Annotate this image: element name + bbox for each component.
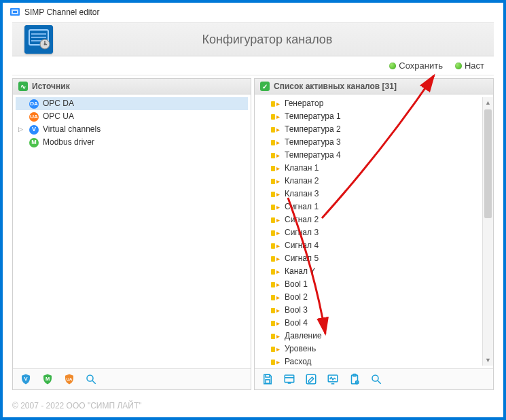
action-bar: Сохранить Наст xyxy=(12,56,494,75)
channel-tag-icon: ▸ xyxy=(271,256,281,262)
tree-item[interactable]: MModbus driver xyxy=(16,136,248,149)
channel-item[interactable]: ▸Давление xyxy=(257,330,480,343)
channel-item[interactable]: ▸Сигнал 1 xyxy=(257,200,480,213)
svg-rect-15 xyxy=(266,374,270,377)
search-icon[interactable] xyxy=(84,372,98,387)
channel-label: Bool 1 xyxy=(285,279,308,290)
tree-item-label: Virtual channels xyxy=(43,124,101,135)
source-panel: ∿ Источник DAOPC DAUAOPC UA▷VVirtual cha… xyxy=(12,78,251,390)
v-badge-icon: V xyxy=(29,125,39,135)
footer-copyright: © 2007 - 2022 ООО "СИМП ЛАЙТ" xyxy=(3,393,503,417)
search-icon[interactable] xyxy=(369,372,384,387)
channel-label: Сигнал 3 xyxy=(285,227,319,239)
channel-item[interactable]: ▸Температура 3 xyxy=(257,136,480,149)
source-header-icon: ∿ xyxy=(18,82,28,91)
check-icon: ✓ xyxy=(260,82,270,91)
channel-label: Уровень xyxy=(285,343,316,355)
ua-badge-icon: UA xyxy=(29,112,39,122)
source-toolbar: V M UA xyxy=(13,368,251,389)
channel-label: Сигнал 1 xyxy=(285,201,319,213)
channel-item[interactable]: ▸Температура 1 xyxy=(257,110,480,123)
tree-item-label: OPC DA xyxy=(43,98,74,109)
channel-item[interactable]: ▸Сигнал 5 xyxy=(257,252,480,265)
green-indicator-icon xyxy=(389,63,396,69)
svg-point-9 xyxy=(44,43,46,46)
channels-panel: ✓ Список активных каналов [31] ▸Генерато… xyxy=(254,78,494,390)
svg-point-13 xyxy=(87,375,93,381)
tree-item[interactable]: ▷VVirtual channels xyxy=(16,123,248,136)
channel-item[interactable]: ▸Сигнал 4 xyxy=(257,239,480,252)
channel-tag-icon: ▸ xyxy=(271,139,281,146)
channel-tag-icon: ▸ xyxy=(271,333,281,340)
shield-ua-icon[interactable]: UA xyxy=(62,372,77,387)
channel-item[interactable]: ▸Расход xyxy=(257,355,480,366)
scroll-up-icon[interactable]: ▲ xyxy=(483,97,493,108)
channel-label: Bool 3 xyxy=(285,304,308,316)
channel-item[interactable]: ▸Генератор xyxy=(257,97,480,110)
header-title: Конфигуратор каналов xyxy=(53,33,482,47)
window-title: SIMP Channel editor xyxy=(24,7,100,17)
channel-tag-icon: ▸ xyxy=(271,320,281,327)
channel-tag-icon: ▸ xyxy=(271,152,281,159)
channel-label: Температура 3 xyxy=(285,137,341,148)
channel-item[interactable]: ▸Bool 2 xyxy=(257,291,480,304)
channel-label: Сигнал 5 xyxy=(285,253,319,264)
channel-item[interactable]: ▸Температура 2 xyxy=(257,123,480,136)
source-tree[interactable]: DAOPC DAUAOPC UA▷VVirtual channelsMModbu… xyxy=(13,94,251,368)
save-label: Сохранить xyxy=(399,60,443,71)
settings-button[interactable]: Наст xyxy=(455,60,484,71)
channel-tag-icon: ▸ xyxy=(271,204,281,211)
save-disk-icon[interactable] xyxy=(260,372,275,387)
channel-item[interactable]: ▸Bool 1 xyxy=(257,278,480,291)
channels-list[interactable]: ▸Генератор▸Температура 1▸Температура 2▸Т… xyxy=(255,97,482,366)
edit-icon[interactable] xyxy=(304,372,319,387)
monitor-icon[interactable] xyxy=(325,372,340,387)
channel-item[interactable]: ▸Канал Y xyxy=(257,265,480,278)
channel-tag-icon: ▸ xyxy=(271,243,281,249)
channel-item[interactable]: ▸Сигнал 3 xyxy=(257,226,480,239)
svg-text:V: V xyxy=(24,376,27,382)
channel-tag-icon: ▸ xyxy=(271,359,281,366)
scrollbar[interactable]: ▲ ▼ xyxy=(482,97,493,366)
save-button[interactable]: Сохранить xyxy=(389,60,443,71)
header: Конфигуратор каналов xyxy=(12,22,494,56)
channel-item[interactable]: ▸Клапан 3 xyxy=(257,188,480,200)
clipboard-icon[interactable] xyxy=(347,372,362,387)
channel-item[interactable]: ▸Сигнал 2 xyxy=(257,213,480,226)
channel-item[interactable]: ▸Температура 4 xyxy=(257,149,480,162)
svg-rect-2 xyxy=(13,11,17,13)
m-badge-icon: M xyxy=(29,138,39,147)
channel-tag-icon: ▸ xyxy=(271,281,281,288)
da-badge-icon: DA xyxy=(29,99,39,109)
channel-label: Bool 2 xyxy=(285,292,308,303)
channel-tag-icon: ▸ xyxy=(271,191,281,198)
tree-item[interactable]: DAOPC DA xyxy=(16,97,248,110)
tree-item[interactable]: UAOPC UA xyxy=(16,110,248,123)
scroll-thumb[interactable] xyxy=(484,109,492,218)
channel-tag-icon: ▸ xyxy=(271,294,281,301)
shield-m-icon[interactable]: M xyxy=(40,372,55,387)
channel-label: Клапан 2 xyxy=(285,175,319,187)
main-area: ∿ Источник DAOPC DAUAOPC UA▷VVirtual cha… xyxy=(3,75,503,393)
channel-tag-icon: ▸ xyxy=(271,230,281,237)
scroll-down-icon[interactable]: ▼ xyxy=(483,355,493,366)
app-logo xyxy=(24,25,53,54)
expand-caret-icon[interactable]: ▷ xyxy=(17,124,24,135)
channel-tag-icon: ▸ xyxy=(271,113,281,120)
properties-icon[interactable] xyxy=(282,372,297,387)
channel-item[interactable]: ▸Клапан 2 xyxy=(257,175,480,188)
channel-item[interactable]: ▸Уровень xyxy=(257,343,480,355)
channel-tag-icon: ▸ xyxy=(271,307,281,314)
window-titlebar: SIMP Channel editor xyxy=(3,3,503,22)
channel-item[interactable]: ▸Bool 4 xyxy=(257,317,480,330)
channel-item[interactable]: ▸Клапан 1 xyxy=(257,162,480,175)
channel-tag-icon: ▸ xyxy=(271,126,281,133)
shield-v-icon[interactable]: V xyxy=(18,372,33,387)
channel-label: Канал Y xyxy=(285,266,315,277)
channel-label: Клапан 3 xyxy=(285,188,319,200)
channel-item[interactable]: ▸Bool 3 xyxy=(257,304,480,317)
channels-toolbar xyxy=(255,368,493,389)
channel-tag-icon: ▸ xyxy=(271,217,281,224)
tree-item-label: Modbus driver xyxy=(43,137,94,148)
channels-panel-title: Список активных каналов [31] xyxy=(274,82,397,91)
